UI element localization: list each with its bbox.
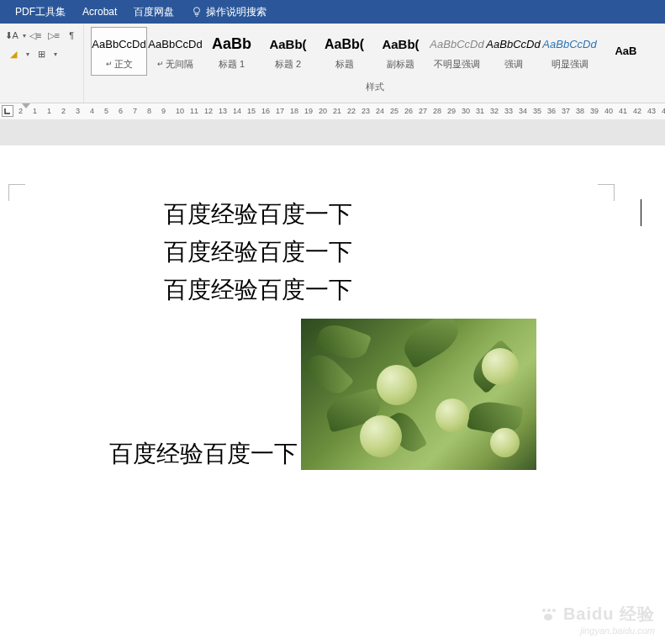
ruler-tick: 11	[190, 107, 198, 115]
ruler-tick: 18	[290, 107, 298, 115]
text-line[interactable]: 百度经验百度一下	[164, 196, 640, 234]
ruler-tick: 31	[476, 107, 484, 115]
dropdown-arrow-icon: ▾	[26, 50, 29, 58]
ruler-tick: 19	[304, 107, 313, 115]
shading-icon[interactable]: ◢	[3, 45, 24, 62]
style-label: ↵无间隔	[157, 58, 193, 71]
ruler-tick: 1	[33, 107, 37, 115]
indent-marker-icon[interactable]	[22, 103, 30, 112]
horizontal-ruler[interactable]: 2112345678910111213141516171819202122232…	[0, 103, 665, 120]
style-preview: AaB	[615, 39, 636, 62]
help-search-label: 操作说明搜索	[206, 5, 267, 19]
tab-selector[interactable]	[2, 105, 13, 117]
ruler-tick: 25	[390, 107, 398, 115]
style-option[interactable]: AaBb(标题	[316, 27, 372, 76]
indent-increase-icon[interactable]: ▷≡	[45, 27, 62, 44]
ruler-tick: 12	[204, 107, 213, 115]
embedded-image[interactable]	[301, 319, 536, 470]
menu-pdf-tools[interactable]: PDF工具集	[7, 5, 74, 19]
paw-icon	[541, 609, 556, 622]
styles-group: AaBbCcDd↵正文AaBbCcDd↵无间隔AaBb标题 1AaBb(标题 2…	[84, 24, 665, 103]
style-option[interactable]: AaBbCcDd↵正文	[91, 27, 147, 76]
ruler-tick: 14	[233, 107, 241, 115]
menubar: PDF工具集 Acrobat 百度网盘 操作说明搜索	[0, 0, 665, 24]
ruler-tick: 39	[590, 107, 599, 115]
style-preview: AaBbCcDd	[92, 33, 145, 56]
style-option[interactable]: AaBb(副标题	[372, 27, 429, 76]
style-option[interactable]: AaBb(标题 2	[260, 27, 316, 76]
styles-group-label: 样式	[91, 81, 658, 93]
ruler-tick: 33	[504, 107, 513, 115]
watermark-text: Baidu 经验	[563, 604, 655, 623]
text-line[interactable]: 百度经验百度一下	[109, 438, 298, 470]
ruler-tick: 21	[333, 107, 341, 115]
style-preview: AaBb(	[325, 33, 364, 56]
ruler-tick: 10	[176, 107, 184, 115]
style-preview: AaBbCcDd	[148, 33, 202, 56]
style-option[interactable]: AaBb标题 1	[203, 27, 260, 76]
ruler-tick: 6	[119, 107, 123, 115]
ruler-tick: 24	[376, 107, 384, 115]
document-page[interactable]: 百度经验百度一下 百度经验百度一下 百度经验百度一下 百度经验百度一下	[0, 145, 665, 644]
ruler-tick: 43	[647, 107, 656, 115]
page-margin-corner	[8, 184, 25, 201]
ruler-tick: 26	[404, 107, 413, 115]
ruler-tick: 35	[533, 107, 541, 115]
watermark-logo: Baidu 经验	[541, 603, 655, 626]
ruler-tick: 20	[319, 107, 327, 115]
menu-baidu-disk[interactable]: 百度网盘	[125, 5, 182, 19]
svg-point-0	[194, 8, 200, 13]
ribbon: ⬇A ▾ ◁≡ ▷≡ ¶ ◢ ▾ ⊞ ▾ AaBbCcDd↵正文AaBbCcDd…	[0, 24, 665, 103]
ruler-tick: 2	[61, 107, 66, 115]
menu-help-search[interactable]: 操作说明搜索	[182, 5, 275, 19]
style-option[interactable]: AaBbCcDd不明显强调	[429, 27, 485, 76]
style-option[interactable]: AaBbCcDd明显强调	[541, 27, 598, 76]
lightbulb-icon	[191, 6, 203, 18]
ruler-tick: 16	[261, 107, 270, 115]
style-label: 不明显强调	[434, 58, 480, 71]
indent-decrease-icon[interactable]: ◁≡	[28, 27, 45, 44]
style-label: 明显强调	[552, 58, 588, 71]
ruler-tick: 28	[433, 107, 441, 115]
ruler-tick: 7	[133, 107, 137, 115]
text-line[interactable]: 百度经验百度一下	[164, 234, 640, 272]
ruler-tick: 3	[76, 107, 80, 115]
ruler-tick: 37	[562, 107, 570, 115]
watermark: Baidu 经验 jingyan.baidu.com	[541, 603, 655, 636]
document-body[interactable]: 百度经验百度一下 百度经验百度一下 百度经验百度一下	[164, 196, 640, 309]
dropdown-arrow-icon: ▾	[54, 50, 57, 58]
style-option[interactable]: AaBbCcDd↵无间隔	[147, 27, 203, 76]
style-preview: AaBb	[212, 33, 251, 56]
ruler-tick: 22	[347, 107, 356, 115]
ruler-tick: 38	[576, 107, 584, 115]
ruler-tick: 4	[90, 107, 94, 115]
ruler-tick: 34	[519, 107, 527, 115]
text-line[interactable]: 百度经验百度一下	[164, 272, 640, 309]
watermark-url: jingyan.baidu.com	[541, 626, 655, 636]
ruler-tick: 5	[104, 107, 108, 115]
ruler-tick: 30	[462, 107, 470, 115]
style-option[interactable]: AaBbCcDd强调	[485, 27, 541, 76]
menu-acrobat[interactable]: Acrobat	[74, 6, 125, 18]
style-preview: AaBbCcDd	[430, 33, 483, 56]
ruler-tick: 44	[662, 107, 665, 115]
sort-asc-icon[interactable]: ⬇A	[3, 27, 20, 44]
ruler-tick: 41	[619, 107, 627, 115]
ruler-tick: 36	[547, 107, 556, 115]
ruler-tick: 17	[276, 107, 284, 115]
style-label: 副标题	[387, 58, 414, 71]
style-label: 标题 1	[219, 58, 245, 71]
style-preview: AaBb(	[382, 33, 419, 56]
ruler-tick: 29	[447, 107, 456, 115]
style-label: 标题	[335, 58, 354, 71]
styles-gallery[interactable]: AaBbCcDd↵正文AaBbCcDd↵无间隔AaBb标题 1AaBb(标题 2…	[91, 27, 658, 76]
ruler-tick: 40	[604, 107, 613, 115]
style-preview: AaBbCcDd	[542, 33, 596, 56]
ruler-tick: 8	[147, 107, 151, 115]
paragraph-marks-icon[interactable]: ¶	[64, 27, 81, 44]
style-preview: AaBb(	[269, 33, 306, 56]
ruler-tick: 13	[219, 107, 227, 115]
borders-icon[interactable]: ⊞	[31, 45, 51, 62]
ruler-tick: 23	[362, 107, 370, 115]
style-option[interactable]: AaB	[598, 27, 654, 76]
